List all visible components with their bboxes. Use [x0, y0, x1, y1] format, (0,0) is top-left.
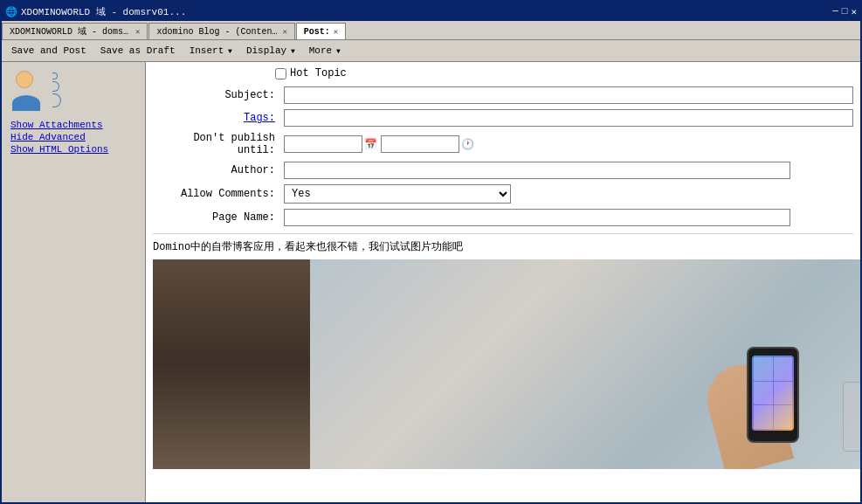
- content-area: Domino中的自带博客应用，看起来也很不错，我们试试图片功能吧: [153, 233, 853, 469]
- show-attachments-link[interactable]: Show Attachments: [10, 120, 108, 130]
- tags-input[interactable]: Domino, 博客: [284, 109, 853, 127]
- tab-blog[interactable]: xdomino Blog - (Content\Recent First... …: [148, 23, 294, 39]
- tab-bar: XDOMINOWORLD 域 - domsrv01... ✕ xdomino B…: [2, 21, 860, 40]
- subject-input[interactable]: Domino中的自带博客应用: [284, 86, 853, 104]
- comments-label: Allow Comments:: [153, 188, 284, 200]
- close-btn[interactable]: ✕: [851, 6, 857, 17]
- title-text: XDOMINOWORLD 域 - domsrv01...: [21, 5, 186, 18]
- image-bg-left: [153, 259, 310, 469]
- calendar-icon[interactable]: 📅: [364, 138, 377, 151]
- tab-label: Post:: [304, 27, 330, 37]
- avatar: [10, 69, 52, 111]
- page-name-input[interactable]: 20240328104354AIM58J.htm: [284, 209, 790, 226]
- display-button[interactable]: Display: [240, 43, 301, 59]
- hot-topic-checkbox[interactable]: [275, 68, 286, 79]
- time-input[interactable]: 10:43: [381, 135, 459, 153]
- title-bar: 🌐 XDOMINOWORLD 域 - domsrv01... ─ □ ✕: [2, 2, 860, 21]
- hot-topic-text: Hot Topic: [290, 67, 347, 79]
- hot-topic-row: Hot Topic: [275, 67, 853, 79]
- sound-waves: [52, 72, 61, 107]
- screen-cell-4: [774, 382, 793, 405]
- tab-label: XDOMINOWORLD 域 - domsrv01...: [10, 25, 132, 38]
- more-button[interactable]: More: [303, 43, 347, 59]
- screen-cell-3: [754, 382, 773, 405]
- app-icon: 🌐: [5, 6, 17, 17]
- tab-close-1[interactable]: ✕: [135, 27, 140, 37]
- minimize-btn[interactable]: ─: [832, 6, 838, 17]
- left-panel-links: Show Attachments Hide Advanced Show HTML…: [10, 120, 108, 155]
- publish-row: Don't publish until: 2024/03/28 📅 10:43 …: [153, 132, 853, 156]
- laptop-shape: [843, 382, 860, 452]
- left-panel: Show Attachments Hide Advanced Show HTML…: [2, 62, 146, 503]
- show-html-options-link[interactable]: Show HTML Options: [10, 144, 108, 155]
- phone-shape: [747, 347, 799, 443]
- insert-button[interactable]: Insert: [183, 43, 238, 59]
- save-as-draft-button[interactable]: Save as Draft: [94, 43, 182, 59]
- tab-close-3[interactable]: ✕: [334, 27, 338, 37]
- blog-image: CSDN @协作者: [153, 259, 860, 469]
- date-input[interactable]: 2024/03/28: [284, 135, 362, 153]
- page-name-label: Page Name:: [153, 211, 284, 224]
- tab-close-2[interactable]: ✕: [282, 27, 286, 37]
- author-input[interactable]: admin: [284, 162, 790, 179]
- avatar-container: [10, 69, 52, 111]
- subject-row: Subject: Domino中的自带博客应用: [153, 86, 853, 104]
- comments-select[interactable]: Yes No: [284, 184, 511, 204]
- screen-cell-5: [754, 405, 773, 429]
- tab-label: xdomino Blog - (Content\Recent First...: [156, 27, 279, 37]
- publish-label: Don't publish until:: [153, 132, 284, 156]
- tags-label-container: Tags:: [153, 112, 284, 124]
- author-row: Author: admin: [153, 162, 853, 179]
- hide-advanced-link[interactable]: Hide Advanced: [10, 132, 108, 142]
- screen-cell-6: [774, 405, 793, 429]
- intro-text: Domino中的自带博客应用，看起来也很不错，我们试试图片功能吧: [153, 239, 853, 254]
- tags-row: Tags: Domino, 博客: [153, 109, 853, 127]
- tags-link[interactable]: Tags:: [244, 112, 275, 124]
- comments-row: Allow Comments: Yes No: [153, 184, 853, 204]
- avatar-body-shape: [12, 95, 40, 111]
- avatar-head: [16, 71, 33, 88]
- clock-icon[interactable]: 🕐: [461, 138, 474, 151]
- wave-1: [52, 72, 58, 79]
- screen-cell-2: [774, 357, 793, 381]
- screen-cell-1: [754, 357, 773, 381]
- main-content: Show Attachments Hide Advanced Show HTML…: [2, 62, 860, 503]
- wave-3: [52, 93, 61, 107]
- hot-topic-label: Hot Topic: [275, 67, 347, 79]
- main-window: 🌐 XDOMINOWORLD 域 - domsrv01... ─ □ ✕ XDO…: [0, 0, 862, 504]
- maximize-btn[interactable]: □: [842, 6, 848, 17]
- wave-2: [52, 81, 59, 92]
- tab-post[interactable]: Post: ✕: [296, 23, 346, 39]
- form-panel: Hot Topic Subject: Domino中的自带博客应用 Tags: …: [146, 62, 860, 503]
- subject-label: Subject:: [153, 89, 284, 101]
- author-label: Author:: [153, 164, 284, 176]
- tab-xdomino[interactable]: XDOMINOWORLD 域 - domsrv01... ✕: [2, 23, 148, 39]
- page-name-row: Page Name: 20240328104354AIM58J.htm: [153, 209, 853, 226]
- toolbar: Save and Post Save as Draft Insert Displ…: [2, 40, 860, 62]
- phone-screen: [752, 356, 794, 431]
- save-and-post-button[interactable]: Save and Post: [5, 43, 93, 59]
